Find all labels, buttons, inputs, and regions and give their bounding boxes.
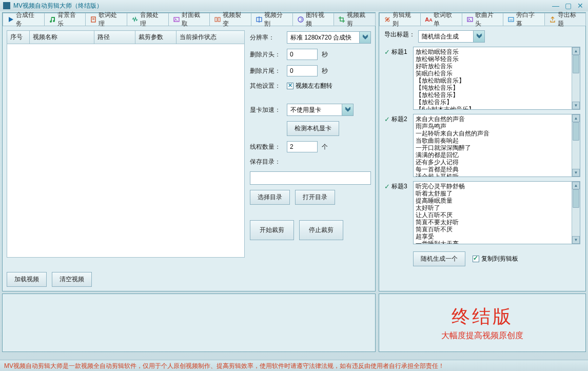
column-header[interactable]: 裁剪参数 (135, 31, 177, 44)
log-panel (2, 294, 376, 352)
svg-rect-15 (508, 17, 514, 22)
tab-剪辑规则[interactable]: 剪辑规则 (379, 13, 421, 26)
scroll-down-icon[interactable]: ▼ (572, 236, 580, 244)
tab-旁白字幕[interactable]: 旁白字幕 (503, 13, 544, 26)
export-icon (549, 16, 556, 23)
load-video-button[interactable]: 加载视频 (7, 272, 47, 287)
image-icon (173, 16, 180, 23)
trim-tail-input[interactable] (287, 65, 318, 76)
scrollbar[interactable]: ▲▼ (572, 114, 580, 177)
column-header[interactable]: 序号 (7, 31, 30, 44)
promo-subtitle: 大幅度提高视频原创度 (441, 330, 523, 341)
flip-horizontal-checkbox[interactable]: 视频左右翻转 (287, 82, 332, 90)
scroll-up-icon[interactable]: ▲ (572, 114, 580, 122)
wave-icon (131, 16, 139, 23)
chevron-down-icon[interactable] (342, 104, 353, 115)
tab-视频裁剪[interactable]: 视频裁剪 (334, 13, 376, 26)
image-icon (466, 16, 474, 23)
threads-input[interactable] (287, 141, 318, 152)
clear-video-button[interactable]: 清空视频 (52, 272, 92, 287)
stop-crop-button[interactable]: 停止裁剪 (299, 220, 343, 240)
right-tabs: 剪辑规则AA歌词歌单歌曲片头旁白字幕导出标题 (379, 13, 585, 26)
Aa-icon: AA (425, 16, 432, 23)
title-group-label[interactable]: ✓标题1 (384, 47, 410, 56)
play-icon (7, 16, 14, 23)
start-crop-button[interactable]: 开始裁剪 (250, 220, 294, 240)
column-header[interactable]: 路径 (94, 31, 135, 44)
split-icon (214, 16, 221, 23)
scrollbar[interactable]: ▲▼ (572, 47, 580, 109)
svg-point-10 (385, 17, 387, 19)
tab-合成任务[interactable]: 合成任务 (3, 13, 45, 26)
tab-歌词处理[interactable]: 歌词处理 (85, 13, 127, 26)
chevron-down-icon[interactable] (359, 32, 370, 43)
copy-to-clipboard-checkbox[interactable]: 复制到剪辑板 (473, 251, 518, 266)
statusbar: MV视频自动剪辑大师是一款视频全自动剪辑软件，仅用于个人原创视频制作、提高剪辑效… (0, 360, 588, 371)
scroll-up-icon[interactable]: ▲ (572, 47, 580, 55)
tab-视频分割[interactable]: 视频分割 (251, 13, 293, 26)
doc-icon (90, 16, 97, 23)
trim-head-input[interactable] (287, 49, 318, 60)
chevron-down-icon[interactable] (473, 31, 484, 42)
open-dir-button[interactable]: 打开目录 (295, 190, 335, 205)
tab-歌词歌单[interactable]: AA歌词歌单 (420, 13, 462, 26)
trim-tail-label: 删除片尾： (250, 67, 283, 75)
maximize-button[interactable]: ▢ (563, 2, 573, 10)
titlebar: MV视频自动剪辑大师（终结版） — ▢ ✕ (0, 0, 588, 11)
gpu-label: 显卡加速： (250, 106, 283, 114)
tab-歌曲片头[interactable]: 歌曲片头 (462, 13, 503, 26)
right-panel: 剪辑规则AA歌词歌单歌曲片头旁白字幕导出标题 导出标题： 随机组合生成 ✓标题1… (379, 12, 586, 291)
save-dir-input[interactable] (250, 171, 371, 185)
tab-视频裂变[interactable]: 视频裂变 (209, 13, 251, 26)
tab-背景音乐[interactable]: 背景音乐 (44, 13, 86, 26)
title-listbox-3[interactable]: 听完心灵平静舒畅 听着太舒服了 提高睡眠质量 太好听了 让人百听不厌 简直不要太… (413, 181, 580, 244)
detect-gpu-button[interactable]: 检测本机显卡 (287, 121, 339, 136)
title-listbox-1[interactable]: 放松助眠轻音乐 放松钢琴轻音乐 好听放松音乐 笑眠白松音乐 【放松助眠音乐】 【… (413, 47, 580, 110)
title-listbox-2[interactable]: 来自大自然的声音 雨声鸟鸣声 一起聆听来自大自然的声音 当歌曲前奏响起 一开口就… (413, 114, 580, 177)
scroll-down-icon[interactable]: ▼ (572, 102, 580, 109)
svg-rect-5 (215, 17, 217, 22)
export-title-label: 导出标题： (384, 30, 415, 39)
cut-icon (256, 16, 263, 23)
minimize-button[interactable]: — (551, 2, 560, 10)
random-generate-button[interactable]: 随机生成一个 (413, 251, 465, 266)
svg-rect-6 (218, 17, 220, 22)
gpu-combo[interactable]: 不使用显卡 (287, 104, 354, 116)
trim-head-label: 删除片头： (250, 50, 283, 59)
title-group-label[interactable]: ✓标题2 (384, 114, 410, 124)
tab-封面截取[interactable]: 封面截取 (168, 13, 210, 26)
tab-导出标题[interactable]: 导出标题 (544, 13, 586, 26)
tab-图转视频[interactable]: 图转视频 (292, 13, 335, 26)
svg-point-11 (387, 19, 389, 22)
scrollbar[interactable]: ▲▼ (572, 182, 580, 244)
left-panel: 合成任务背景音乐歌词处理音频处理封面截取视频裂变视频分割图转视频视频裁剪 序号视… (2, 12, 376, 291)
rule-icon (384, 16, 391, 23)
scroll-up-icon[interactable]: ▲ (572, 182, 580, 189)
left-tabs: 合成任务背景音乐歌词处理音频处理封面截取视频裂变视频分割图转视频视频裁剪 (3, 13, 375, 26)
promo-title: 终结版 (452, 304, 513, 329)
choose-dir-button[interactable]: 选择目录 (250, 190, 290, 205)
save-dir-label: 保存目录： (250, 158, 283, 166)
export-title-combo[interactable]: 随机组合生成 (418, 30, 485, 43)
promo-panel: 终结版 大幅度提高视频原创度 (379, 294, 586, 352)
resolution-combo[interactable]: 标准 1280x720 合成快 (287, 31, 371, 44)
other-settings-label: 其他设置： (250, 82, 283, 90)
column-header[interactable]: 视频名称 (30, 31, 94, 44)
resolution-label: 分辨率： (250, 33, 283, 42)
column-header[interactable]: 当前操作状态 (177, 31, 245, 44)
video-table: 序号视频名称路径裁剪参数当前操作状态 (7, 30, 245, 267)
threads-label: 线程数量： (250, 143, 283, 151)
window-title: MV视频自动剪辑大师（终结版） (13, 2, 551, 10)
tab-音频处理[interactable]: 音频处理 (127, 13, 169, 26)
table-body[interactable] (7, 44, 245, 258)
scroll-down-icon[interactable]: ▼ (572, 169, 580, 177)
app-icon (3, 2, 10, 9)
music-icon (49, 16, 56, 23)
convert-icon (297, 16, 304, 23)
title-group-label[interactable]: ✓标题3 (384, 181, 410, 191)
crop-icon (338, 16, 345, 23)
subtitle-icon (507, 16, 515, 23)
close-button[interactable]: ✕ (576, 2, 585, 10)
